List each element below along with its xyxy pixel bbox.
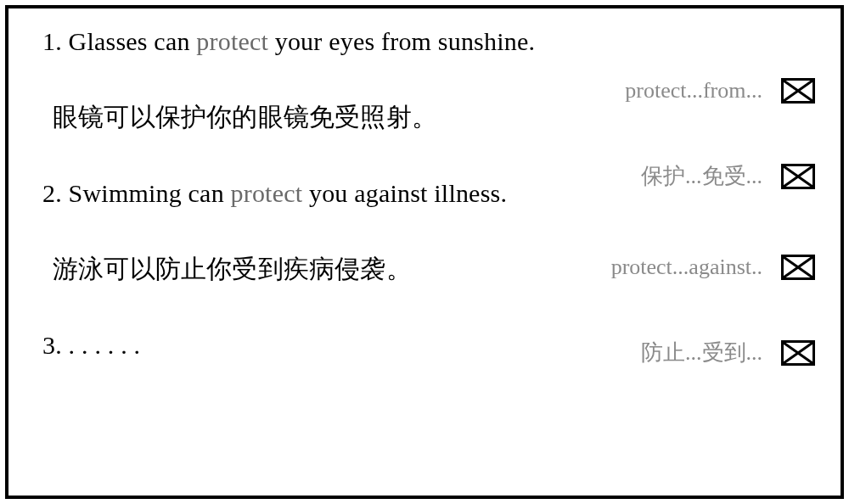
sentence-body: . . . . . . (62, 331, 140, 359)
annotation-label: 防止...受到... (641, 338, 762, 367)
sentence-body: 游泳可以防止你受到疾病侵袭。 (53, 255, 412, 283)
item-number: 1. (42, 27, 62, 55)
delete-icon[interactable] (781, 164, 815, 189)
delete-icon[interactable] (781, 340, 815, 366)
item-number: 2. (42, 179, 62, 207)
item-number: 3. (42, 331, 62, 359)
annotation-label: protect...against.. (611, 255, 762, 280)
sentence-body: Glasses can protect your eyes from sunsh… (62, 27, 535, 55)
sentence-body: Swimming can protect you against illness… (62, 179, 507, 207)
document-frame: 1. Glasses can protect your eyes from su… (5, 5, 844, 499)
annotation-row: protect...from... (625, 78, 815, 104)
delete-icon[interactable] (781, 78, 815, 104)
example-sentence-cn: 眼镜可以保护你的眼镜免受照射。 (42, 100, 815, 135)
highlight-word: protect (231, 179, 303, 207)
example-sentence-en: 1. Glasses can protect your eyes from su… (42, 27, 815, 56)
delete-icon[interactable] (781, 255, 815, 280)
annotation-row: protect...against.. (611, 255, 815, 280)
highlight-word: protect (196, 27, 268, 55)
annotation-label: 保护...免受... (641, 161, 762, 191)
annotation-row: 保护...免受... (641, 161, 815, 191)
annotation-label: protect...from... (625, 78, 762, 104)
content-area: 1. Glasses can protect your eyes from su… (42, 27, 815, 477)
sentence-body: 眼镜可以保护你的眼镜免受照射。 (53, 103, 437, 131)
annotation-row: 防止...受到... (641, 338, 815, 367)
